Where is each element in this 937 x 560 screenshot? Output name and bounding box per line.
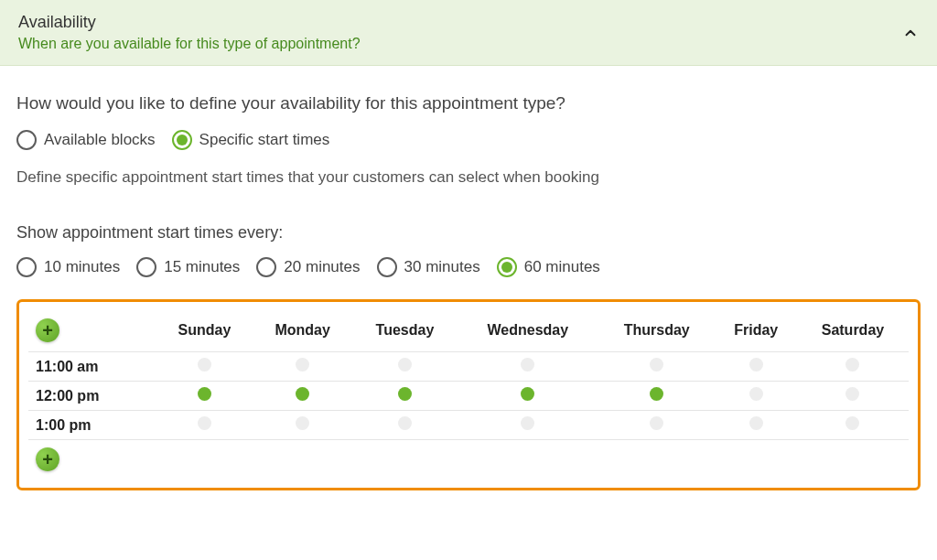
availability-dot[interactable] xyxy=(296,358,309,372)
radio-icon xyxy=(16,130,37,150)
availability-mode-radio-group: Available blocksSpecific start times xyxy=(16,130,921,150)
availability-dot[interactable] xyxy=(650,416,663,430)
availability-dot[interactable] xyxy=(198,358,211,372)
radio-label: 20 minutes xyxy=(284,258,360,276)
radio-icon xyxy=(136,257,156,277)
radio-icon xyxy=(16,257,37,277)
interval-radio-group: 10 minutes15 minutes20 minutes30 minutes… xyxy=(16,257,921,277)
chevron-up-icon[interactable] xyxy=(902,25,919,41)
schedule-empty-cell xyxy=(598,440,716,478)
section-title: Availability xyxy=(18,13,361,32)
availability-dot[interactable] xyxy=(521,358,534,372)
schedule-cell xyxy=(458,411,598,440)
schedule-cell xyxy=(598,352,716,382)
radio-icon xyxy=(497,257,517,277)
availability-dot[interactable] xyxy=(749,416,763,430)
availability-dot[interactable] xyxy=(749,358,763,372)
add-time-button-bottom[interactable]: + xyxy=(36,447,59,471)
interval-radio[interactable]: 10 minutes xyxy=(16,257,120,277)
availability-dot[interactable] xyxy=(521,416,534,430)
interval-heading: Show appointment start times every: xyxy=(16,223,921,242)
availability-dot[interactable] xyxy=(650,358,663,372)
availability-dot[interactable] xyxy=(398,387,412,401)
schedule-cell xyxy=(352,382,457,411)
availability-dot[interactable] xyxy=(296,416,309,430)
interval-radio[interactable]: 15 minutes xyxy=(136,257,240,277)
schedule-row: 1:00 pm xyxy=(28,411,909,440)
time-label: 11:00 am xyxy=(28,352,156,382)
schedule-row: 12:00 pm xyxy=(28,382,909,411)
availability-dot[interactable] xyxy=(650,387,663,401)
day-header: Tuesday xyxy=(352,313,457,352)
schedule-table: +SundayMondayTuesdayWednesdayThursdayFri… xyxy=(28,313,909,477)
radio-icon xyxy=(172,130,192,150)
radio-label: 10 minutes xyxy=(44,258,120,276)
radio-label: 60 minutes xyxy=(524,258,600,276)
schedule-add-header-cell: + xyxy=(28,313,156,352)
schedule-empty-cell xyxy=(797,440,909,478)
availability-section-header[interactable]: Availability When are you available for … xyxy=(0,0,937,66)
time-label: 1:00 pm xyxy=(28,411,156,440)
schedule-cell xyxy=(458,382,598,411)
availability-dot[interactable] xyxy=(845,416,859,430)
radio-icon xyxy=(256,257,276,277)
schedule-header-row: +SundayMondayTuesdayWednesdayThursdayFri… xyxy=(28,313,909,352)
availability-dot[interactable] xyxy=(749,387,763,401)
schedule-empty-cell xyxy=(253,440,352,478)
day-header: Saturday xyxy=(797,313,909,352)
availability-mode-radio[interactable]: Available blocks xyxy=(16,130,156,150)
interval-radio[interactable]: 20 minutes xyxy=(256,257,360,277)
schedule-cell xyxy=(716,352,797,382)
day-header: Wednesday xyxy=(458,313,598,352)
section-subtitle: When are you available for this type of … xyxy=(18,36,361,52)
schedule-add-footer-cell: + xyxy=(28,440,156,478)
interval-radio[interactable]: 30 minutes xyxy=(377,257,480,277)
schedule-cell xyxy=(253,411,352,440)
availability-dot[interactable] xyxy=(398,358,412,372)
content-area: How would you like to define your availa… xyxy=(0,66,937,509)
schedule-cell xyxy=(797,352,909,382)
schedule-empty-cell xyxy=(156,440,253,478)
availability-dot[interactable] xyxy=(198,387,211,401)
schedule-empty-cell xyxy=(458,440,598,478)
schedule-cell xyxy=(156,382,253,411)
radio-icon xyxy=(377,257,397,277)
schedule-cell xyxy=(352,411,457,440)
radio-label: 15 minutes xyxy=(164,258,240,276)
add-time-button-top[interactable]: + xyxy=(36,318,59,342)
schedule-empty-cell xyxy=(352,440,457,478)
availability-dot[interactable] xyxy=(198,416,211,430)
radio-label: 30 minutes xyxy=(404,258,480,276)
schedule-highlight-box: +SundayMondayTuesdayWednesdayThursdayFri… xyxy=(16,299,921,490)
interval-radio[interactable]: 60 minutes xyxy=(497,257,600,277)
day-header: Sunday xyxy=(156,313,253,352)
day-header: Friday xyxy=(716,313,797,352)
availability-dot[interactable] xyxy=(845,358,859,372)
schedule-cell xyxy=(253,382,352,411)
time-label: 12:00 pm xyxy=(28,382,156,411)
availability-mode-question: How would you like to define your availa… xyxy=(16,93,921,113)
availability-dot[interactable] xyxy=(521,387,534,401)
schedule-footer-row: + xyxy=(28,440,909,478)
schedule-cell xyxy=(598,411,716,440)
radio-label: Specific start times xyxy=(199,131,330,149)
radio-label: Available blocks xyxy=(44,131,156,149)
schedule-cell xyxy=(598,382,716,411)
day-header: Thursday xyxy=(598,313,716,352)
schedule-cell xyxy=(352,352,457,382)
availability-dot[interactable] xyxy=(296,387,309,401)
schedule-cell xyxy=(156,352,253,382)
schedule-cell xyxy=(797,382,909,411)
availability-dot[interactable] xyxy=(398,416,412,430)
mode-description: Define specific appointment start times … xyxy=(16,168,921,187)
schedule-cell xyxy=(797,411,909,440)
schedule-cell xyxy=(716,382,797,411)
schedule-cell xyxy=(156,411,253,440)
schedule-cell xyxy=(716,411,797,440)
availability-dot[interactable] xyxy=(845,387,859,401)
header-text: Availability When are you available for … xyxy=(18,13,361,52)
schedule-cell xyxy=(458,352,598,382)
schedule-row: 11:00 am xyxy=(28,352,909,382)
availability-mode-radio[interactable]: Specific start times xyxy=(172,130,330,150)
schedule-cell xyxy=(253,352,352,382)
